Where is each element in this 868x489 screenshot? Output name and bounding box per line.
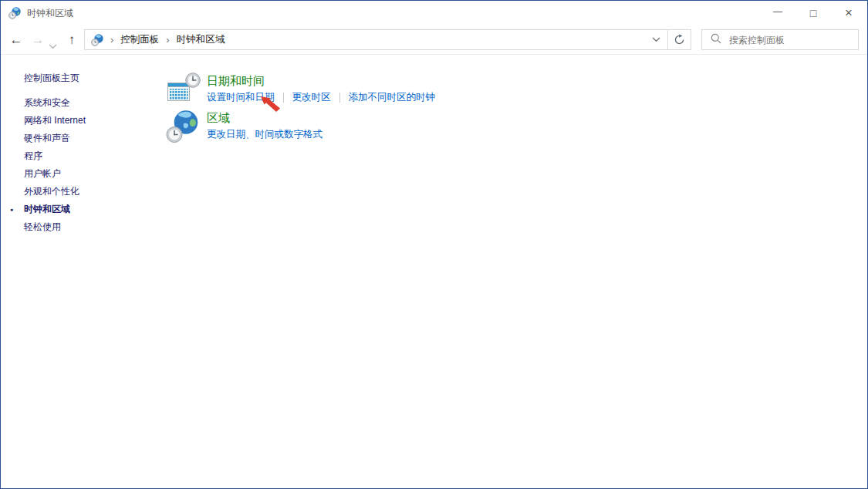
main-panel: 日期和时间 设置时间和日期 更改时区 添加不同时区的时钟: [167, 56, 867, 488]
maximize-icon: □: [810, 7, 816, 19]
annotation-arrow: [260, 96, 282, 114]
category-title-date-and-time[interactable]: 日期和时间: [207, 73, 265, 88]
search-input[interactable]: [729, 35, 858, 46]
sidebar-item-label: 时钟和区域: [24, 204, 70, 214]
sidebar-item-appearance-personalization[interactable]: 外观和个性化: [24, 183, 86, 201]
task-separator: [339, 93, 340, 103]
breadcrumb-separator: ›: [166, 34, 169, 46]
region-task-links: 更改日期、时间或数字格式: [207, 128, 323, 140]
address-bar[interactable]: › 控制面板 › 时钟和区域: [84, 29, 668, 50]
breadcrumb-separator: ›: [110, 34, 113, 46]
sidebar-item-programs[interactable]: 程序: [24, 147, 86, 165]
category-title-region[interactable]: 区域: [207, 110, 230, 125]
calendar-clock-icon[interactable]: [167, 73, 201, 106]
task-link-change-time-zone[interactable]: 更改时区: [292, 91, 331, 103]
search-box: [701, 29, 859, 50]
maximize-button[interactable]: □: [795, 1, 831, 25]
breadcrumb-control-panel[interactable]: 控制面板: [120, 33, 159, 46]
minimize-button[interactable]: —: [760, 1, 795, 25]
sidebar-item-hardware-sound[interactable]: 硬件和声音: [24, 130, 86, 147]
task-separator: [283, 93, 284, 103]
refresh-icon: [674, 34, 685, 46]
sidebar-item-system-security[interactable]: 系统和安全: [24, 94, 86, 112]
close-icon: ×: [845, 5, 853, 21]
task-link-add-clocks-for-different-time-zones[interactable]: 添加不同时区的时钟: [349, 91, 436, 103]
control-panel-window: 时钟和区域 — □ × ← → ↑: [0, 0, 868, 489]
search-icon: [711, 33, 721, 47]
close-button[interactable]: ×: [831, 1, 866, 25]
chevron-down-icon: [652, 37, 660, 42]
window-title: 时钟和区域: [27, 1, 73, 25]
sidebar-item-user-accounts[interactable]: 用户帐户: [24, 165, 86, 183]
sidebar-item-ease-of-access[interactable]: 轻松使用: [24, 218, 86, 236]
up-icon: ↑: [69, 32, 76, 48]
forward-button[interactable]: →: [29, 25, 47, 55]
clock-region-app-icon: [8, 7, 21, 19]
chevron-down-icon: [49, 44, 57, 49]
globe-clock-icon[interactable]: [165, 110, 199, 143]
back-button[interactable]: ←: [7, 25, 25, 55]
navigation-bar: ← → ↑ › 控制面板 ›: [1, 25, 867, 55]
sidebar: 控制面板主页 系统和安全 网络和 Internet 硬件和声音 程序 用户帐户 …: [24, 69, 86, 236]
titlebar: 时钟和区域 — □ ×: [1, 1, 867, 25]
window-controls: — □ ×: [760, 1, 866, 25]
address-dropdown-button[interactable]: [644, 30, 667, 49]
breadcrumb-clock-and-region[interactable]: 时钟和区域: [177, 33, 225, 46]
refresh-button[interactable]: [667, 29, 691, 50]
location-icon: [91, 34, 103, 46]
date-time-task-links: 设置时间和日期 更改时区 添加不同时区的时钟: [207, 91, 435, 103]
content-area: 控制面板主页 系统和安全 网络和 Internet 硬件和声音 程序 用户帐户 …: [1, 56, 867, 488]
up-button[interactable]: ↑: [62, 25, 81, 55]
recent-pages-dropdown[interactable]: [49, 39, 58, 45]
sidebar-item-clock-region[interactable]: ● 时钟和区域: [24, 201, 86, 218]
active-item-bullet-icon: ●: [10, 201, 13, 218]
forward-icon: →: [32, 32, 45, 48]
sidebar-item-network-internet[interactable]: 网络和 Internet: [24, 112, 86, 130]
minimize-icon: —: [773, 6, 782, 17]
task-link-change-date-time-or-number-formats[interactable]: 更改日期、时间或数字格式: [207, 128, 323, 140]
sidebar-item-control-panel-home[interactable]: 控制面板主页: [24, 69, 86, 87]
back-icon: ←: [10, 32, 23, 48]
